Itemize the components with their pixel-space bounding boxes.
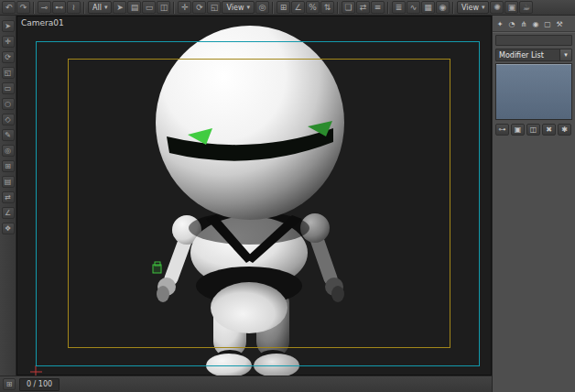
- robot-torso: [189, 212, 309, 333]
- status-bar: ⊞ 0 / 100: [0, 376, 492, 392]
- display-tab[interactable]: ▢: [542, 18, 553, 30]
- status-bar-icons: ⊞: [3, 378, 16, 390]
- viewport-camera01[interactable]: Camera01: [16, 16, 492, 376]
- main-toolbar: ↶↷⊸⊷≀All▾➤▤▭◫✛⟳◱View▾◎⊞∠%⇅❏⇄≡≣∿▦◉View▾✺▣…: [0, 0, 575, 16]
- viewport-label[interactable]: Camera01: [21, 18, 64, 27]
- window-crossing-icon[interactable]: ◫: [157, 1, 170, 14]
- make-unique-button[interactable]: ◫: [526, 124, 540, 136]
- align-icon[interactable]: ≡: [371, 1, 385, 14]
- modifier-stack-list[interactable]: [495, 63, 572, 120]
- selection-filter-dropdown-label: All: [92, 4, 102, 12]
- angle-snap-icon[interactable]: ∠: [291, 1, 305, 14]
- hierarchy-tab[interactable]: ⋔: [518, 18, 529, 30]
- modify-tab[interactable]: ◔: [506, 18, 517, 30]
- time-tag-icon[interactable]: ⊞: [3, 378, 16, 390]
- utilities-tab[interactable]: ⚒: [554, 18, 565, 30]
- toolbar-separator: [173, 2, 175, 14]
- render-setup-icon[interactable]: ✺: [490, 1, 504, 14]
- selection-filter-dropdown[interactable]: All▾: [88, 1, 112, 14]
- chevron-down-icon[interactable]: ▾: [559, 49, 571, 60]
- unlink-selection-icon[interactable]: ⊷: [52, 1, 66, 14]
- select-and-link-icon[interactable]: ⊸: [38, 1, 51, 14]
- modifier-list-label: Modifier List: [499, 51, 544, 60]
- command-panel-tabs: ✦◔⋔◉▢⚒: [493, 16, 575, 32]
- angle-tool-icon[interactable]: ∠: [2, 207, 15, 219]
- command-panel-body: [493, 137, 575, 392]
- show-end-result-button[interactable]: ▣: [511, 124, 525, 136]
- rotate-tool-icon[interactable]: ⟳: [2, 51, 15, 63]
- snap-toggle-icon[interactable]: ⊞: [277, 1, 290, 14]
- pen-tool-icon[interactable]: ✎: [2, 129, 15, 141]
- bind-to-spacewarp-icon[interactable]: ≀: [67, 1, 81, 14]
- left-toolbar: ➤✛⟳◱▭○◇✎◎⊞▤⇄∠❖: [0, 16, 16, 376]
- reference-coordinate-dropdown-label: View: [226, 4, 244, 12]
- move-tool-icon[interactable]: ✛: [2, 36, 15, 48]
- toolbar-separator: [337, 2, 339, 14]
- schematic-view-icon[interactable]: ▦: [421, 1, 435, 14]
- render-production-icon[interactable]: ☕: [519, 1, 533, 14]
- robot-render: [17, 16, 493, 376]
- toolbar-separator: [387, 2, 389, 14]
- target-tool-icon[interactable]: ◎: [2, 145, 15, 157]
- chevron-down-icon: ▾: [246, 4, 250, 11]
- pin-stack-button[interactable]: ⊶: [495, 124, 509, 136]
- select-object-icon[interactable]: ➤: [113, 1, 126, 14]
- select-and-move-icon[interactable]: ✛: [178, 1, 191, 14]
- named-selection-sets-icon[interactable]: ❏: [342, 1, 355, 14]
- spinner-snap-icon[interactable]: ⇅: [320, 1, 334, 14]
- modifier-stack-toolbar: ⊶▣◫✖✱: [493, 120, 575, 137]
- rendered-frame-window-icon[interactable]: ▣: [504, 1, 518, 14]
- reference-coordinate-dropdown[interactable]: View▾: [222, 1, 255, 14]
- select-region-icon[interactable]: ▭: [142, 1, 156, 14]
- toolbar-separator: [272, 2, 274, 14]
- redo-icon[interactable]: ↷: [16, 1, 30, 14]
- toolbar-separator: [33, 2, 35, 14]
- scale-tool-icon[interactable]: ◱: [2, 67, 15, 79]
- configure-modifier-sets-button[interactable]: ✱: [558, 124, 571, 136]
- mirror-icon[interactable]: ⇄: [356, 1, 370, 14]
- select-tool-icon[interactable]: ➤: [2, 20, 15, 32]
- rect-tool-icon[interactable]: ▭: [2, 82, 15, 94]
- use-pivot-center-icon[interactable]: ◎: [255, 1, 269, 14]
- viewport-layout-dropdown[interactable]: View▾: [457, 1, 490, 14]
- circle-tool-icon[interactable]: ○: [2, 98, 15, 110]
- viewport-layout-dropdown-label: View: [461, 4, 479, 12]
- undo-icon[interactable]: ↶: [2, 1, 16, 14]
- command-panel: ✦◔⋔◉▢⚒ Modifier List ▾ ⊶▣◫✖✱: [492, 16, 575, 392]
- grid-tool-icon[interactable]: ⊞: [2, 160, 15, 172]
- robot-model[interactable]: [156, 26, 344, 376]
- mirror-tool-icon[interactable]: ⇄: [2, 191, 15, 203]
- poly-tool-icon[interactable]: ◇: [2, 114, 15, 125]
- percent-snap-icon[interactable]: %: [306, 1, 320, 14]
- layers-tool-icon[interactable]: ▤: [2, 176, 15, 188]
- remove-modifier-button[interactable]: ✖: [542, 124, 556, 136]
- frame-number-field[interactable]: 0 / 100: [19, 378, 60, 391]
- modifier-list-dropdown[interactable]: Modifier List ▾: [495, 49, 572, 61]
- selection-gizmo[interactable]: [153, 262, 161, 273]
- nav-tool-icon[interactable]: ❖: [2, 223, 15, 234]
- select-by-name-icon[interactable]: ▤: [127, 1, 141, 14]
- select-and-rotate-icon[interactable]: ⟳: [192, 1, 206, 14]
- select-and-scale-icon[interactable]: ◱: [207, 1, 221, 14]
- motion-tab[interactable]: ◉: [530, 18, 541, 30]
- material-editor-icon[interactable]: ◉: [436, 1, 450, 14]
- toolbar-separator: [452, 2, 454, 14]
- chevron-down-icon: ▾: [104, 4, 108, 11]
- create-tab[interactable]: ✦: [494, 18, 505, 30]
- toolbar-separator: [83, 2, 85, 14]
- curve-editor-icon[interactable]: ∿: [407, 1, 420, 14]
- object-name-row: [493, 32, 575, 46]
- layer-manager-icon[interactable]: ≣: [392, 1, 406, 14]
- chevron-down-icon: ▾: [482, 4, 485, 11]
- object-name-field[interactable]: [495, 35, 572, 46]
- robot-head: [156, 26, 344, 220]
